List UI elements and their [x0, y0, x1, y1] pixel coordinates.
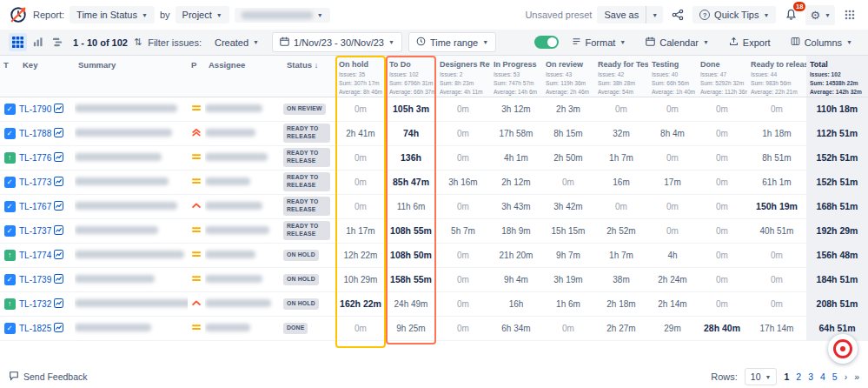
- cell-assignee: [205, 145, 283, 170]
- save-as-split-button: Save as ▼: [597, 6, 663, 23]
- cell-in-progress: 2h 12m: [490, 170, 542, 194]
- toggle-switch[interactable]: [534, 36, 559, 49]
- column-header-total[interactable]: TotalIssues: 102Sum: 14538h 22mAverage: …: [806, 56, 868, 97]
- issue-chart-icon[interactable]: [54, 152, 63, 164]
- chart-view-button[interactable]: [29, 33, 47, 51]
- issue-chart-icon[interactable]: [54, 323, 63, 334]
- issue-chart-icon[interactable]: [54, 298, 63, 310]
- summary-text-blurred: [75, 153, 162, 161]
- column-header-p[interactable]: P: [188, 56, 205, 97]
- cell-ready-to-release: 17h 14m: [747, 316, 806, 340]
- report-type-dropdown[interactable]: Time in Status▼: [70, 6, 155, 23]
- save-as-button[interactable]: Save as: [597, 6, 646, 23]
- column-header-key[interactable]: Key: [19, 56, 75, 97]
- issue-key-link[interactable]: TL-1773: [19, 177, 51, 187]
- time-range-dropdown[interactable]: Time range▼: [408, 32, 496, 52]
- notifications-bell-icon[interactable]: 18: [781, 5, 800, 24]
- save-as-menu-button[interactable]: ▼: [646, 6, 663, 23]
- rows-per-page-dropdown[interactable]: 10▼: [745, 368, 778, 385]
- column-average-stat: Average: 54m: [598, 88, 648, 97]
- cell-on-hold: 0m: [335, 170, 386, 194]
- column-header-ready-to-release[interactable]: Ready to releaseIssues: 44Sum: 983h 56mA…: [747, 56, 806, 97]
- timeline-view-button[interactable]: [49, 33, 67, 51]
- column-header-assignee[interactable]: Assignee: [205, 56, 283, 97]
- page-4-button[interactable]: 4: [820, 371, 825, 382]
- issue-row: ✓TL-1773 READY TO RELEASE0m85h 47m3h 16m…: [0, 170, 868, 194]
- format-dropdown[interactable]: Format▼: [565, 33, 633, 51]
- cell-ready-for-testing: 1h 7m: [594, 243, 648, 267]
- issue-chart-icon[interactable]: [54, 128, 63, 139]
- column-average-stat: Average: 142h 32m: [810, 88, 868, 97]
- page-5-button[interactable]: 5: [832, 371, 838, 382]
- issue-row: ↑TL-1774 ON HOLD12h 22m108h 50m0m21h 20m…: [0, 243, 868, 267]
- cell-in-progress: 16h: [490, 291, 542, 316]
- next-page-button[interactable]: ›: [845, 371, 848, 382]
- issue-chart-icon[interactable]: [54, 177, 63, 188]
- export-button[interactable]: Export: [722, 33, 778, 51]
- refresh-icon[interactable]: ⇅: [134, 37, 142, 48]
- share-icon[interactable]: [668, 5, 687, 24]
- column-header-summary[interactable]: Summary: [75, 56, 188, 97]
- column-average-stat: Average: 66h 37m: [389, 88, 436, 97]
- issue-chart-icon[interactable]: [54, 250, 63, 261]
- cell-summary: [75, 97, 188, 121]
- page-1-button[interactable]: 1: [784, 371, 789, 382]
- issue-key-link[interactable]: TL-1776: [19, 153, 51, 163]
- column-header-status[interactable]: Status ↓: [283, 56, 335, 97]
- group-by-dropdown[interactable]: Project▼: [176, 6, 229, 23]
- project-selector-dropdown[interactable]: ▼: [235, 8, 330, 23]
- columns-dropdown[interactable]: Columns▼: [784, 33, 859, 51]
- assignee-text-blurred: [205, 299, 271, 307]
- status-badge: READY TO RELEASE: [283, 221, 330, 240]
- issue-chart-icon[interactable]: [54, 225, 63, 237]
- calendar-icon: [646, 37, 655, 48]
- apps-grid-icon[interactable]: [840, 5, 859, 24]
- cell-ready-for-testing: 2h 27m: [594, 316, 648, 340]
- column-issues-stat: Issues: 35: [339, 70, 386, 79]
- app-logo-icon: [9, 5, 28, 24]
- column-header-t[interactable]: T: [0, 56, 19, 97]
- cell-status: ON REVIEW: [283, 97, 335, 121]
- issue-chart-icon[interactable]: [54, 274, 63, 285]
- send-feedback-button[interactable]: Send Feedback: [9, 371, 88, 383]
- column-header-designers-review[interactable]: Designers ReviewIssues: 2Sum: 8h 23mAver…: [436, 56, 490, 97]
- cell-assignee: [205, 170, 283, 194]
- top-bar: Report: Time in Status▼ by Project▼ ▼ Un…: [0, 0, 868, 30]
- issue-key-link[interactable]: TL-1790: [19, 104, 51, 114]
- issue-key-link[interactable]: TL-1788: [19, 129, 51, 138]
- column-header-on-hold[interactable]: On holdIssues: 35Sum: 307h 17mAverage: 8…: [335, 56, 386, 97]
- settings-gear-dropdown[interactable]: ⚙▼: [805, 5, 835, 25]
- report-table-area: TKeySummaryPAssigneeStatus ↓On holdIssue…: [0, 56, 868, 341]
- issue-key-link[interactable]: TL-1767: [19, 202, 51, 211]
- issue-key-link[interactable]: TL-1774: [19, 251, 51, 260]
- created-filter-dropdown[interactable]: Created▼: [208, 34, 266, 51]
- issue-chart-icon[interactable]: [54, 104, 63, 115]
- columns-label: Columns: [805, 37, 842, 48]
- issue-key-link[interactable]: TL-1732: [19, 299, 51, 309]
- cell-status: READY TO RELEASE: [283, 218, 335, 243]
- issue-key-link[interactable]: TL-1737: [19, 226, 51, 236]
- table-view-button[interactable]: [9, 33, 27, 51]
- filter-issues-label: Filter issues:: [148, 37, 202, 48]
- calendar-dropdown[interactable]: Calendar▼: [639, 33, 716, 51]
- column-header-in-progress[interactable]: In ProgressIssues: 53Sum: 747h 57mAverag…: [490, 56, 542, 97]
- column-sum-stat: Sum: 5292h 32m: [700, 79, 747, 88]
- column-header-on-review[interactable]: On reviewIssues: 43Sum: 119h 36mAverage:…: [542, 56, 594, 97]
- cell-done: 0m: [697, 145, 747, 170]
- column-header-testing[interactable]: TestingIssues: 40Sum: 66h 56mAverage: 1h…: [648, 56, 697, 97]
- column-header-done[interactable]: DoneIssues: 47Sum: 5292h 32mAverage: 112…: [697, 56, 747, 97]
- page-3-button[interactable]: 3: [808, 371, 813, 382]
- issue-type-improvement-icon: ↑: [4, 250, 16, 261]
- last-page-button[interactable]: »: [854, 371, 859, 382]
- quick-tips-dropdown[interactable]: ?Quick Tips▼: [692, 6, 776, 23]
- issue-chart-icon[interactable]: [54, 201, 63, 212]
- page-2-button[interactable]: 2: [796, 371, 801, 382]
- issue-key-link[interactable]: TL-1739: [19, 275, 51, 284]
- target-logo-button[interactable]: [828, 334, 858, 364]
- column-header-ready-for-testing[interactable]: Ready for TestingIssues: 42Sum: 38h 28mA…: [594, 56, 648, 97]
- format-label: Format: [586, 37, 616, 48]
- cell-on-hold: 0m: [335, 194, 386, 218]
- column-header-to-do[interactable]: To DoIssues: 102Sum: 6796h 31mAverage: 6…: [386, 56, 436, 97]
- issue-key-link[interactable]: TL-1825: [19, 324, 51, 333]
- date-range-picker[interactable]: 1/Nov/23 - 30/Nov/23▼: [272, 32, 402, 52]
